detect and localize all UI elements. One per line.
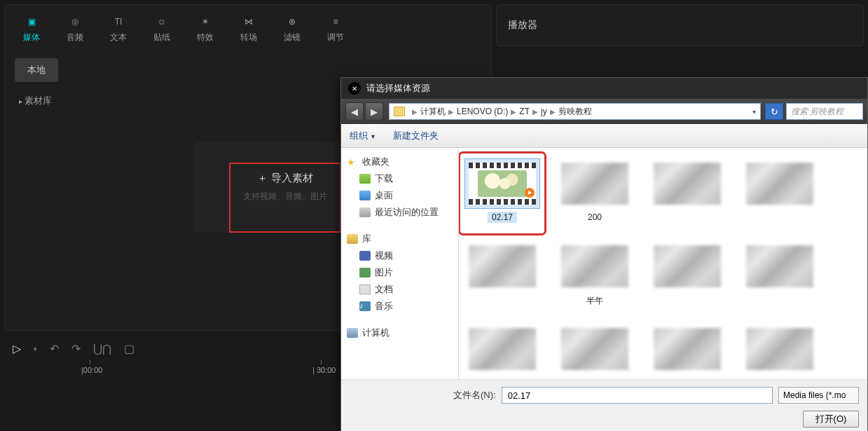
effect-icon: ✶ [198,15,212,29]
tool-tabs: ▣媒体 ◎音频 TI文本 ☺贴纸 ✶特效 ⋈转场 ⊗滤镜 ≡调节 [5,5,491,53]
search-input[interactable]: 搜索 剪映教程 [786,103,863,120]
dialog-title-text: 请选择媒体资源 [366,82,430,95]
dialog-titlebar: ✕ 请选择媒体资源 [341,78,867,99]
nav-pane: ★收藏夹 下载 桌面 最近访问的位置 库 视频 图片 文档 ♪音乐 计算机 [341,148,459,379]
tab-filter[interactable]: ⊗滤镜 [273,11,312,47]
picture-icon [359,268,371,278]
music-icon: ♪ [359,301,371,311]
tab-sticker[interactable]: ☺贴纸 [142,11,181,47]
computer-icon [347,328,358,338]
file-item[interactable] [462,238,543,315]
nav-videos[interactable]: 视频 [345,247,454,264]
back-button[interactable]: ◀ [345,102,364,121]
filename-label: 文件名(N): [453,389,496,402]
file-item[interactable] [462,320,543,379]
file-item[interactable] [647,155,728,232]
filename-input[interactable] [502,387,773,404]
nav-recent[interactable]: 最近访问的位置 [345,204,454,221]
file-item[interactable] [647,238,728,315]
download-icon [359,174,371,184]
file-item[interactable] [739,320,820,379]
undo-icon[interactable]: ↶ [50,342,59,355]
folder-icon [394,107,405,116]
file-item[interactable] [554,320,635,379]
video-thumbnail [654,328,721,370]
file-item[interactable] [739,155,820,232]
crop-icon[interactable]: ▢ [124,342,135,355]
file-label: 02.17 [488,212,517,223]
file-pane: 02.17 200 半年 [459,148,867,379]
sticker-icon: ☺ [155,15,169,29]
refresh-button[interactable]: ↻ [765,103,783,120]
organize-button[interactable]: 组织▼ [350,130,376,142]
file-label [683,212,691,213]
time-tick: | 30:00 [312,366,336,374]
tab-audio[interactable]: ◎音频 [55,11,95,47]
forward-button[interactable]: ▶ [365,102,383,121]
file-item[interactable]: 半年 [554,238,635,315]
star-icon: ★ [347,157,358,167]
nav-favorites[interactable]: ★收藏夹 [345,153,454,170]
nav-documents[interactable]: 文档 [345,281,454,298]
file-label: 200 [584,212,606,223]
document-icon [359,285,371,294]
pointer-tool-icon[interactable]: ▷ [13,342,21,355]
play-badge-icon [525,188,535,198]
tab-media[interactable]: ▣媒体 [12,11,51,47]
time-tick: |00:00 [81,366,102,374]
tab-effect[interactable]: ✶特效 [186,11,225,47]
file-label [776,377,784,378]
library-icon [347,234,358,244]
nav-computer[interactable]: 计算机 [345,324,454,341]
video-thumbnail [469,245,536,287]
tab-text[interactable]: TI文本 [99,11,138,47]
file-label [683,294,691,296]
dialog-toolbar: 组织▼ 新建文件夹 [341,124,867,148]
preview-title: 播放器 [497,5,863,46]
split-icon[interactable]: ⋃⋂ [93,342,111,355]
transition-icon: ⋈ [242,15,256,29]
file-item[interactable]: 200 [554,155,635,232]
open-button[interactable]: 打开(O) [803,411,859,427]
nav-desktop[interactable]: 桌面 [345,187,454,204]
nav-music[interactable]: ♪音乐 [345,298,454,315]
tab-transition[interactable]: ⋈转场 [229,11,268,47]
redo-icon[interactable]: ↷ [71,342,81,355]
side-tab-local[interactable]: 本地 [15,58,58,82]
desktop-icon [359,191,371,200]
nav-libraries[interactable]: 库 [345,231,454,247]
video-icon [359,251,371,261]
dialog-nav: ◀ ▶ ▶计算机 ▶LENOVO (D:) ▶ZT ▶jy ▶剪映教程 ▾ ↻ … [341,99,867,124]
tab-adjust[interactable]: ≡调节 [316,11,355,47]
app-logo-icon: ✕ [348,82,361,95]
file-item[interactable] [739,238,820,315]
dropdown-icon[interactable]: ▾ [34,346,37,353]
file-label [776,212,784,213]
new-folder-button[interactable]: 新建文件夹 [393,130,439,142]
recent-icon [359,207,371,217]
nav-pictures[interactable]: 图片 [345,264,454,281]
file-label: 半年 [582,294,607,308]
filter-icon: ⊗ [285,15,299,29]
video-thumbnail [746,163,813,205]
adjust-icon: ≡ [329,15,343,29]
dialog-footer: 文件名(N): 打开(O) [341,379,867,431]
file-label [591,377,599,378]
video-thumbnail [654,245,721,287]
filetype-filter[interactable] [778,387,859,404]
file-label [776,294,784,296]
video-thumbnail [469,328,536,370]
video-thumbnail [746,245,813,287]
file-item[interactable] [647,320,728,379]
text-icon: TI [111,15,125,29]
file-label [683,377,691,378]
media-icon: ▣ [25,15,39,29]
nav-downloads[interactable]: 下载 [345,170,454,187]
breadcrumb[interactable]: ▶计算机 ▶LENOVO (D:) ▶ZT ▶jy ▶剪映教程 ▾ [389,103,761,120]
video-thumbnail [746,328,813,370]
import-hint: 支持视频、音频、图片 [243,191,327,203]
video-thumbnail [561,328,628,370]
file-item[interactable]: 02.17 [462,155,543,232]
file-label [498,294,507,296]
audio-icon: ◎ [68,15,82,29]
